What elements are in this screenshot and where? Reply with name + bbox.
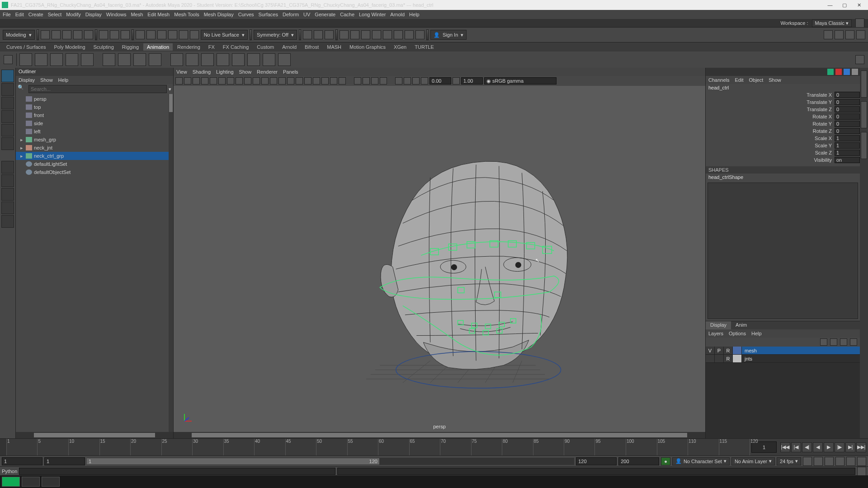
sidebar-tab-attribute-editor[interactable] <box>861 101 867 128</box>
shelf-item-tangent-6[interactable] <box>247 53 260 66</box>
layer-r-toggle[interactable]: R <box>724 347 733 354</box>
sound-icon[interactable] <box>825 457 834 466</box>
snap-plane-icon[interactable] <box>168 30 177 39</box>
shelf-tab-rendering[interactable]: Rendering <box>174 43 204 51</box>
range-inner-start-field[interactable]: 1 <box>44 457 85 465</box>
layer-move-up-icon[interactable] <box>820 338 827 346</box>
viewport-toolbar-icon-1[interactable] <box>184 77 191 84</box>
shelf-item-setkey-anim[interactable] <box>118 53 131 66</box>
shelf-item-tangent-3[interactable] <box>201 53 214 66</box>
shelf-item-playblast[interactable] <box>19 53 32 66</box>
outliner-item-defaultobjectset[interactable]: defaultObjectSet <box>16 168 173 176</box>
shelf-tab-poly-modeling[interactable]: Poly Modeling <box>50 43 89 51</box>
shelf-tab-sculpting[interactable]: Sculpting <box>90 43 118 51</box>
render-settings-icon[interactable] <box>361 30 370 39</box>
outliner-item-front[interactable]: front <box>16 111 173 119</box>
expand-toggle-icon[interactable]: ▸ <box>19 137 24 143</box>
scrollbar[interactable] <box>169 94 173 432</box>
shelf-gear-icon[interactable] <box>4 55 13 64</box>
menu-modify[interactable]: Modify <box>66 12 80 17</box>
outliner-tree[interactable]: persptopfrontsideleft▸mesh_grp▸neck_jnt▸… <box>16 94 173 432</box>
menu-file[interactable]: File <box>3 12 11 17</box>
channelbox-menu-object[interactable]: Object <box>749 77 763 83</box>
shelf-tab-custom[interactable]: Custom <box>253 43 278 51</box>
playback-prefs-icon[interactable] <box>814 457 823 466</box>
channel-attr-label[interactable]: Translate X <box>706 92 835 98</box>
shelf-right-icon[interactable] <box>855 55 864 64</box>
hypershade-icon[interactable] <box>372 30 381 39</box>
step-forward-key-button[interactable]: ▶| <box>845 442 855 452</box>
step-back-key-button[interactable]: |◀ <box>791 442 801 452</box>
viewport-toolbar-icon-8[interactable] <box>244 77 251 84</box>
scrollbar-thumb[interactable] <box>192 433 687 437</box>
viewport-toolbar-icon-9[interactable] <box>253 77 260 84</box>
channel-attr-value[interactable]: 0 <box>835 92 860 98</box>
range-thumb[interactable]: 1 120 <box>87 458 379 465</box>
shelf-tab-animation[interactable]: Animation <box>143 43 173 51</box>
outliner-hscroll[interactable] <box>16 432 173 438</box>
go-to-end-button[interactable]: ▶▶| <box>856 442 866 452</box>
prefs-icon[interactable] <box>846 457 855 466</box>
outliner-item-neck_ctrl_grp[interactable]: ▸neck_ctrl_grp <box>16 152 173 160</box>
character-set-selector[interactable]: 👤 No Character Set ▾ <box>672 457 730 465</box>
close-button[interactable]: ✕ <box>852 1 866 9</box>
lasso-tool[interactable] <box>1 83 14 96</box>
snap-live-icon[interactable] <box>179 30 188 39</box>
viewport-toolbar-icon-5[interactable] <box>218 77 226 84</box>
scale-tool[interactable] <box>1 137 14 150</box>
channel-node-name[interactable]: head_ctrl <box>706 84 860 91</box>
sidebar-tab-toolkit[interactable] <box>861 132 867 159</box>
viewport-light-icon-3[interactable] <box>380 77 387 84</box>
channel-attr-label[interactable]: Rotate Z <box>706 128 835 134</box>
layer-row-mesh[interactable]: VPRmesh <box>706 347 860 355</box>
shelf-tab-fx-caching[interactable]: FX Caching <box>219 43 252 51</box>
layer-menu-options[interactable]: Options <box>729 331 746 336</box>
outliner-item-mesh_grp[interactable]: ▸mesh_grp <box>16 136 173 144</box>
viewport-iso-icon-1[interactable] <box>404 77 411 84</box>
pause-render-icon[interactable] <box>415 30 425 39</box>
time-ticks[interactable]: 1510152025303540455055606570758085909510… <box>6 439 750 455</box>
outliner-menu-help[interactable]: Help <box>58 77 69 83</box>
shelf-item-motion-trail[interactable] <box>50 53 63 66</box>
channel-attr-value[interactable]: 0 <box>835 128 860 134</box>
shelf-item-tangent-5[interactable] <box>232 53 245 66</box>
go-to-start-button[interactable]: |◀◀ <box>780 442 790 452</box>
viewport-iso-icon-0[interactable] <box>395 77 402 84</box>
step-back-frame-button[interactable]: ◀| <box>802 442 812 452</box>
ipr-icon[interactable] <box>350 30 359 39</box>
play-backward-button[interactable]: ◀ <box>813 442 823 452</box>
exposure-field[interactable]: 0.00 <box>429 77 451 84</box>
mute-icon[interactable] <box>835 457 844 466</box>
shape-node-name[interactable]: head_ctrlShape <box>706 174 860 181</box>
viewport-toolbar-icon-17[interactable] <box>321 77 329 84</box>
range-track[interactable]: 1 120 <box>87 458 574 465</box>
menu-edit[interactable]: Edit <box>15 12 24 17</box>
outliner-item-top[interactable]: top <box>16 103 173 111</box>
layer-p-toggle[interactable]: P <box>715 347 724 354</box>
step-forward-frame-button[interactable]: |▶ <box>835 442 844 452</box>
viewport-toolbar-icon-6[interactable] <box>227 77 234 84</box>
outliner-item-persp[interactable]: persp <box>16 95 173 103</box>
viewport-hscroll[interactable] <box>174 432 705 438</box>
scrollbar-thumb[interactable] <box>34 433 155 437</box>
toggle-xray-icon[interactable] <box>845 30 854 39</box>
menu-uv[interactable]: UV <box>303 12 310 17</box>
gamma-icon[interactable] <box>453 77 460 84</box>
undo-icon[interactable] <box>73 30 82 39</box>
layout-single[interactable] <box>1 161 14 174</box>
flow-icon[interactable] <box>314 30 323 39</box>
toggle-hud-icon[interactable] <box>835 30 844 39</box>
menu-windows[interactable]: Windows <box>106 12 127 17</box>
layer-list[interactable]: VPRmeshRjnts <box>706 347 860 438</box>
shelf-item-tangent-8[interactable] <box>278 53 291 66</box>
shelf-tab-bifrost[interactable]: Bifrost <box>301 43 322 51</box>
shelf-item-tangent-7[interactable] <box>263 53 275 66</box>
outliner-item-neck_jnt[interactable]: ▸neck_jnt <box>16 144 173 152</box>
viewport-menu-shading[interactable]: Shading <box>193 69 211 75</box>
shelf-tab-fx[interactable]: FX <box>205 43 218 51</box>
toggle-tool-settings-icon[interactable] <box>835 69 842 75</box>
viewport-toolbar-icon-10[interactable] <box>261 77 269 84</box>
channelbox-menu-edit[interactable]: Edit <box>735 77 743 83</box>
select-tool[interactable] <box>1 70 14 82</box>
outliner-search-input[interactable] <box>28 85 167 93</box>
